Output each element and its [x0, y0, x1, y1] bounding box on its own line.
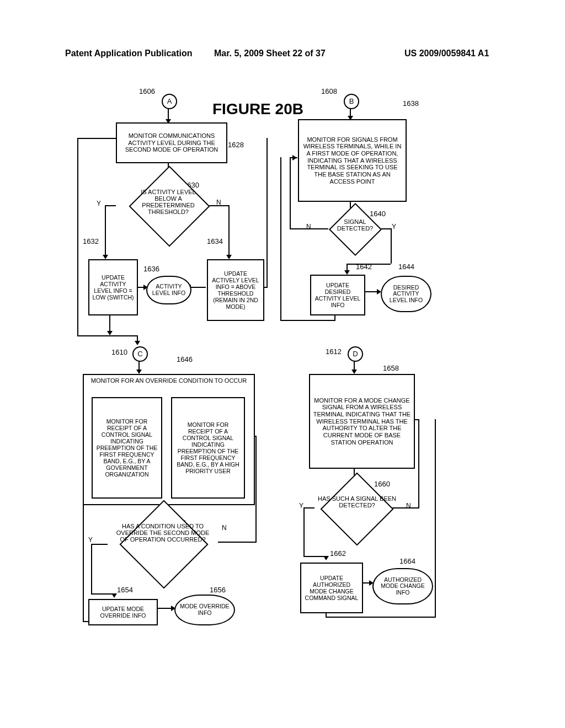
box-1628: MONITOR COMMUNICATIONS ACTIVITY LEVEL DU… — [116, 122, 227, 163]
ref-1658: 1658 — [383, 364, 399, 372]
ref-1638: 1638 — [403, 99, 419, 108]
ref-1634: 1634 — [207, 237, 223, 245]
ds-1636: ACTIVITY LEVEL INFO — [146, 276, 191, 304]
ref-1646: 1646 — [177, 355, 193, 363]
pub-header-mid: Mar. 5, 2009 Sheet 22 of 37 — [214, 49, 326, 58]
ref-1610: 1610 — [111, 348, 127, 356]
ref-1636: 1636 — [143, 265, 159, 273]
ds-1656: MODE OVERRIDE INFO — [174, 595, 235, 625]
label-y-1652: Y — [88, 536, 93, 544]
box-1648: MONITOR FOR RECEIPT OF A CONTROL SIGNAL … — [92, 397, 162, 499]
ref-1640: 1640 — [370, 210, 386, 218]
ds-1664: AUTHORIZED MODE CHANGE INFO — [372, 568, 433, 604]
ref-1656: 1656 — [210, 586, 226, 594]
ref-1644: 1644 — [398, 263, 414, 271]
ref-1662: 1662 — [330, 549, 346, 558]
flowchart: A 1606 MONITOR COMMUNICATIONS ACTIVITY L… — [72, 83, 491, 645]
ref-1612: 1612 — [326, 347, 342, 356]
pub-header-right: US 2009/0059841 A1 — [404, 49, 489, 58]
connector-d: D — [348, 346, 363, 362]
label-n-1652: N — [222, 524, 227, 532]
label-y-1640: Y — [392, 223, 396, 231]
connector-b: B — [344, 94, 359, 109]
diamond-1652: HAS A CONDITION USED TO OVERRIDE THE SEC… — [113, 523, 212, 543]
box-1654: UPDATE MODE OVERRIDE INFO — [88, 599, 158, 625]
ref-1608: 1608 — [321, 87, 337, 95]
box-1662: UPDATE AUTHORIZED MODE CHANGE COMMAND SI… — [300, 563, 363, 613]
label-y-1660: Y — [299, 502, 303, 510]
box-1642: UPDATE DESIRED ACTIVITY LEVEL INFO — [310, 275, 365, 315]
box-1634: UPDATE ACTIVELY LEVEL INFO = ABOVE THRES… — [207, 259, 264, 321]
label-y-1630: Y — [97, 200, 101, 207]
ds-1644: DESIRED ACTIVITY LEVEL INFO — [381, 276, 431, 312]
ref-1632: 1632 — [83, 237, 99, 245]
ref-1660: 1660 — [374, 480, 390, 488]
box-1638: MONITOR FOR SIGNALS FROM WIRELESS TERMIN… — [298, 119, 407, 202]
ref-1628: 1628 — [228, 141, 244, 149]
box-1650: MONITOR FOR RECEIPT OF A CONTROL SIGNAL … — [171, 397, 245, 499]
ref-1606: 1606 — [139, 87, 155, 95]
diamond-1630: IS ACTIVITY LEVEL BELOW A PREDETERMINED … — [130, 189, 207, 215]
box-1632: UPDATE ACTIVITY LEVEL INFO = LOW (SWITCH… — [88, 259, 138, 315]
ref-1664: 1664 — [399, 557, 415, 565]
diamond-1640: SIGNAL DETECTED? — [329, 218, 381, 232]
pub-header-left: Patent Application Publication — [65, 49, 193, 58]
diamond-1660: HAS SUCH A SIGNAL BEEN DETECTED? — [317, 495, 397, 508]
ref-1654: 1654 — [117, 586, 133, 594]
connector-a: A — [162, 94, 177, 109]
connector-c: C — [132, 346, 148, 362]
box-1646-text: MONITOR FOR AN OVERRIDE CONDITION TO OCC… — [84, 377, 254, 384]
box-1658: MONITOR FOR A MODE CHANGE SIGNAL FROM A … — [309, 374, 415, 469]
